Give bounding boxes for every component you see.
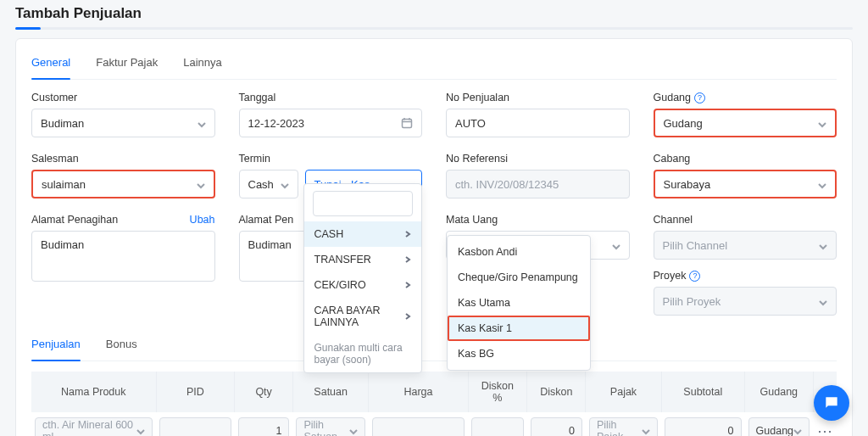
salesman-value: sulaiman bbox=[42, 178, 86, 191]
chevron-down-icon bbox=[818, 119, 826, 127]
alamat-pengiriman-value: Budiman bbox=[248, 238, 292, 251]
col-satuan: Satuan bbox=[292, 372, 368, 412]
label-channel: Channel bbox=[654, 214, 837, 226]
pay-method-lainnya[interactable]: CARA BAYAR LAINNYA bbox=[304, 298, 422, 335]
ubah-link[interactable]: Ubah bbox=[190, 214, 215, 226]
chat-icon bbox=[823, 394, 840, 411]
qty-input[interactable]: 1 bbox=[238, 417, 290, 436]
product-table: Nama Produk PID Qty Satuan Harga Diskon … bbox=[31, 372, 837, 436]
svg-rect-0 bbox=[403, 120, 412, 128]
no-referensi-placeholder: cth. INV/20/08/12345 bbox=[455, 178, 559, 191]
table-row: cth. Air Mineral 600 ml 1 Pilih Satuan 0… bbox=[31, 412, 837, 436]
tanggal-input[interactable]: 12-12-2023 bbox=[239, 109, 423, 137]
termin-type-select[interactable]: Cash bbox=[239, 170, 298, 198]
main-tabs: General Faktur Pajak Lainnya bbox=[31, 51, 837, 80]
alamat-penagihan-input[interactable]: Budiman bbox=[31, 231, 215, 282]
termin-type-value: Cash bbox=[248, 178, 274, 191]
tab-penjualan[interactable]: Penjualan bbox=[31, 333, 81, 361]
proyek-select[interactable]: Pilih Proyek bbox=[654, 287, 837, 316]
subtotal-value: 0 bbox=[665, 417, 742, 436]
no-penjualan-value[interactable] bbox=[455, 117, 620, 130]
gudang-value: Gudang bbox=[664, 117, 703, 130]
chevron-down-icon bbox=[819, 241, 827, 249]
label-customer: Customer bbox=[31, 92, 215, 103]
gudang-row-select[interactable]: Gudang bbox=[748, 417, 810, 436]
cabang-select[interactable]: Surabaya bbox=[654, 170, 837, 198]
label-salesman: Salesman bbox=[31, 153, 215, 165]
label-tanggal: Tanggal bbox=[239, 92, 423, 103]
row-more-icon[interactable]: ⋯ bbox=[816, 422, 833, 436]
svg-rect-6 bbox=[828, 400, 835, 401]
cash-opt-kasbon-andi[interactable]: Kasbon Andi bbox=[448, 239, 590, 265]
chevron-right-icon bbox=[404, 228, 411, 240]
tab-lainnya[interactable]: Lainnya bbox=[183, 51, 222, 79]
salesman-select[interactable]: sulaiman bbox=[31, 170, 215, 198]
pay-method-cekgiro[interactable]: CEK/GIRO bbox=[304, 272, 422, 298]
label-proyek: Proyek? bbox=[654, 270, 837, 282]
tanggal-value: 12-12-2023 bbox=[248, 117, 305, 130]
pay-method-cash[interactable]: CASH bbox=[304, 221, 422, 247]
satuan-select[interactable]: Pilih Satuan bbox=[296, 417, 364, 436]
label-no-referensi: No Referensi bbox=[446, 153, 630, 165]
dropdown-search[interactable] bbox=[313, 191, 414, 216]
col-subtotal: Subtotal bbox=[661, 372, 745, 412]
diskon-input[interactable]: 0 bbox=[531, 417, 582, 436]
page-title: Tambah Penjualan bbox=[15, 0, 853, 27]
chevron-down-icon bbox=[349, 427, 358, 435]
cash-account-submenu: Kasbon Andi Cheque/Giro Penampung Kas Ut… bbox=[447, 235, 591, 371]
label-cabang: Cabang bbox=[654, 153, 837, 165]
no-penjualan-input[interactable] bbox=[446, 109, 630, 137]
chevron-down-icon bbox=[642, 427, 650, 435]
label-no-penjualan: No Penjualan bbox=[446, 92, 630, 103]
channel-placeholder: Pilih Channel bbox=[663, 239, 728, 252]
pay-method-transfer[interactable]: TRANSFER bbox=[304, 247, 422, 272]
diskon-pct-input[interactable] bbox=[471, 417, 523, 436]
chevron-down-icon bbox=[818, 180, 826, 188]
nama-produk-input[interactable]: cth. Air Mineral 600 ml bbox=[35, 417, 153, 436]
label-termin: Termin bbox=[239, 153, 423, 165]
chevron-down-icon bbox=[197, 180, 205, 188]
col-pajak: Pajak bbox=[586, 372, 661, 412]
chevron-down-icon bbox=[198, 119, 206, 127]
cash-opt-kas-kasir-1[interactable]: Kas Kasir 1 bbox=[448, 316, 590, 341]
help-icon[interactable]: ? bbox=[694, 92, 705, 103]
chevron-down-icon bbox=[136, 427, 145, 435]
col-gudang: Gudang bbox=[745, 372, 813, 412]
chevron-down-icon bbox=[793, 427, 802, 435]
col-qty: Qty bbox=[235, 372, 293, 412]
cash-opt-kas-bg[interactable]: Kas BG bbox=[448, 341, 590, 366]
label-mata-uang: Mata Uang bbox=[446, 214, 630, 226]
help-icon[interactable]: ? bbox=[689, 271, 700, 282]
dropdown-note: Gunakan multi cara bayar (soon) bbox=[304, 335, 422, 367]
chevron-down-icon bbox=[819, 297, 827, 305]
no-referensi-input[interactable]: cth. INV/20/08/12345 bbox=[446, 170, 630, 198]
col-harga: Harga bbox=[369, 372, 468, 412]
proyek-placeholder: Pilih Proyek bbox=[663, 295, 721, 308]
chevron-right-icon bbox=[404, 279, 411, 291]
customer-select[interactable]: Budiman bbox=[31, 109, 215, 137]
label-alamat-penagihan: Alamat Penagihan bbox=[31, 214, 118, 226]
chevron-down-icon bbox=[281, 180, 289, 188]
harga-input[interactable] bbox=[372, 417, 465, 436]
chevron-right-icon bbox=[404, 254, 411, 266]
col-nama-produk: Nama Produk bbox=[31, 372, 156, 412]
tab-general[interactable]: General bbox=[31, 51, 70, 79]
form-card: General Faktur Pajak Lainnya Customer Bu… bbox=[15, 38, 853, 436]
gudang-select[interactable]: Gudang bbox=[654, 109, 837, 137]
tab-bonus[interactable]: Bonus bbox=[106, 333, 137, 361]
progress-bar bbox=[15, 27, 853, 30]
cash-opt-cheque-giro[interactable]: Cheque/Giro Penampung bbox=[448, 265, 590, 290]
payment-method-dropdown: CASH TRANSFER CEK/GIRO CARA BAYAR LAINNY… bbox=[303, 183, 423, 373]
customer-value: Budiman bbox=[41, 117, 84, 130]
pajak-select[interactable]: Pilih Pajak bbox=[589, 417, 658, 436]
chevron-right-icon bbox=[404, 310, 411, 322]
pid-input[interactable] bbox=[159, 417, 231, 436]
col-pid: PID bbox=[156, 372, 235, 412]
tab-faktur-pajak[interactable]: Faktur Pajak bbox=[96, 51, 158, 79]
calendar-icon bbox=[401, 117, 413, 129]
cash-opt-kas-utama[interactable]: Kas Utama bbox=[448, 290, 590, 316]
svg-rect-7 bbox=[828, 402, 833, 403]
chevron-down-icon bbox=[612, 241, 620, 249]
channel-select[interactable]: Pilih Channel bbox=[654, 231, 837, 260]
chat-fab[interactable] bbox=[814, 385, 849, 421]
